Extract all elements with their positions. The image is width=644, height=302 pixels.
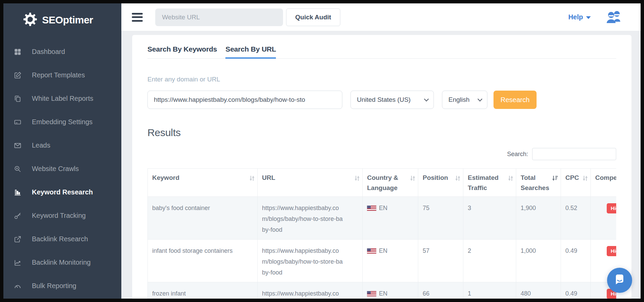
tab-search-by-url[interactable]: Search By URL — [225, 35, 276, 59]
key-icon — [14, 212, 22, 220]
results-table-wrapper: Keyword URL Country & Language Position … — [147, 168, 616, 299]
sidebar-item-backlink-monitoring[interactable]: Backlink Monitoring — [3, 251, 121, 274]
quick-audit-button[interactable]: Quick Audit — [286, 8, 340, 26]
topbar: Quick Audit Help — [121, 3, 641, 31]
embed-card-icon — [14, 118, 22, 126]
country-select[interactable]: United States (US) — [350, 91, 434, 109]
sort-icon — [249, 174, 255, 184]
table-row[interactable]: baby's food container https://www.happie… — [148, 197, 617, 240]
sidebar-item-report-templates[interactable]: Report Templates — [3, 63, 121, 87]
pages-copy-icon — [14, 95, 22, 103]
column-header-country-language[interactable]: Country & Language — [363, 169, 418, 197]
sidebar-item-website-crawls[interactable]: Website Crawls — [3, 157, 121, 181]
sidebar-item-dashboard[interactable]: Dashboard — [3, 40, 121, 63]
cell-total-searches: 480 — [516, 282, 561, 299]
sidebar-item-label: White Label Reports — [32, 95, 93, 102]
seoptimer-logo[interactable]: SEOptimer — [3, 3, 121, 34]
cell-keyword: infant food storage containers — [148, 240, 258, 282]
sort-icon — [583, 174, 588, 184]
cell-estimated-traffic: 2 — [463, 240, 516, 282]
envelope-icon — [14, 141, 22, 150]
sort-icon — [508, 174, 513, 184]
results-heading: Results — [147, 127, 616, 138]
column-header-keyword[interactable]: Keyword — [148, 169, 258, 197]
sidebar-item-label: Website Crawls — [32, 165, 79, 173]
cell-position: 75 — [418, 197, 463, 240]
keyword-research-card: Search By Keywords Search By URL Enter a… — [132, 35, 631, 299]
column-header-competition[interactable]: Competition — [591, 169, 617, 197]
help-label: Help — [568, 13, 583, 21]
competition-badge: High — [607, 246, 616, 256]
sidebar-item-label: Embedding Settings — [32, 118, 93, 126]
cell-competition: High — [591, 197, 617, 240]
domain-url-input[interactable] — [147, 91, 342, 109]
page-content: Search By Keywords Search By URL Enter a… — [121, 31, 641, 299]
us-flag-icon — [367, 291, 376, 296]
gear-logo-icon — [23, 12, 37, 28]
main-area: Quick Audit Help — [121, 3, 641, 299]
external-link-icon — [14, 235, 22, 243]
sidebar-item-leads[interactable]: Leads — [3, 134, 121, 157]
cell-url: https://www.happiestbaby.com/blogs/baby/… — [258, 240, 363, 282]
chevron-down-icon — [586, 16, 591, 19]
chat-launcher-button[interactable] — [607, 268, 632, 293]
logo-text: SEOptimer — [42, 14, 93, 26]
sidebar-item-label: Leads — [32, 141, 51, 149]
table-row[interactable]: infant food storage containers https://w… — [148, 240, 617, 282]
magnifier-plus-icon — [14, 165, 22, 173]
research-form: United States (US) English Research — [147, 91, 616, 109]
cell-cpc: 0.49 — [561, 282, 591, 299]
column-header-url[interactable]: URL — [258, 169, 363, 197]
table-search-row: Search: — [147, 148, 616, 160]
sidebar-item-keyword-tracking[interactable]: Keyword Tracking — [3, 204, 121, 227]
table-search-input[interactable] — [532, 148, 616, 160]
table-header-row: Keyword URL Country & Language Position … — [148, 169, 617, 197]
chevron-down-icon — [424, 97, 429, 101]
results-table: Keyword URL Country & Language Position … — [147, 168, 616, 299]
us-flag-icon — [367, 248, 376, 253]
sort-desc-active-icon — [552, 174, 558, 184]
cell-cpc: 0.49 — [561, 240, 591, 282]
chat-bubble-icon — [613, 273, 626, 287]
research-button[interactable]: Research — [494, 91, 537, 109]
cell-country-language: EN — [363, 197, 418, 240]
column-header-estimated-traffic[interactable]: Estimated Traffic — [463, 169, 516, 197]
app-window: SEOptimer Dashboard Report Templates — [0, 0, 644, 302]
cell-estimated-traffic: 3 — [463, 197, 516, 240]
sort-icon — [455, 174, 460, 184]
account-users-icon[interactable] — [606, 10, 621, 24]
cell-keyword: frozen infant — [148, 282, 258, 299]
cell-total-searches: 1,000 — [516, 240, 561, 282]
sidebar-item-keyword-research[interactable]: Keyword Research — [3, 181, 121, 204]
domain-url-label: Enter any domain or URL — [147, 76, 616, 83]
cell-country-language: EN — [363, 240, 418, 282]
us-flag-icon — [367, 206, 376, 211]
bar-chart-icon — [14, 188, 22, 196]
sidebar-item-white-label-reports[interactable]: White Label Reports — [3, 87, 121, 110]
sort-icon — [355, 174, 360, 184]
cell-country-language: EN — [363, 282, 418, 299]
cell-url: https://www.happiestbaby.com/blogs/baby/… — [258, 282, 363, 299]
topbar-website-url-input[interactable] — [155, 8, 283, 26]
tab-search-by-keywords[interactable]: Search By Keywords — [147, 35, 217, 59]
cell-cpc: 0.52 — [561, 197, 591, 240]
sidebar-item-embedding-settings[interactable]: Embedding Settings — [3, 110, 121, 134]
table-row[interactable]: frozen infant https://www.happiestbaby.c… — [148, 282, 617, 299]
sidebar-item-label: Keyword Research — [32, 188, 93, 196]
edit-pencil-icon — [14, 71, 22, 79]
hamburger-menu-icon[interactable] — [132, 13, 143, 22]
sidebar-nav: Dashboard Report Templates White Label R… — [3, 40, 121, 298]
column-header-position[interactable]: Position — [418, 169, 463, 197]
chevron-down-icon — [478, 97, 482, 101]
sidebar-item-label: Backlink Monitoring — [32, 259, 90, 266]
help-menu[interactable]: Help — [568, 13, 591, 21]
sidebar-item-bulk-reporting[interactable]: Bulk Reporting — [3, 274, 121, 298]
cell-url: https://www.happiestbaby.com/blogs/baby/… — [258, 197, 363, 240]
cell-total-searches: 1,900 — [516, 197, 561, 240]
sidebar-item-backlink-research[interactable]: Backlink Research — [3, 227, 121, 251]
column-header-total-searches[interactable]: Total Searches — [516, 169, 561, 197]
language-select[interactable]: English — [442, 91, 487, 109]
sidebar-item-label: Dashboard — [32, 48, 65, 56]
column-header-cpc[interactable]: CPC — [561, 169, 591, 197]
sidebar: SEOptimer Dashboard Report Templates — [3, 3, 121, 299]
